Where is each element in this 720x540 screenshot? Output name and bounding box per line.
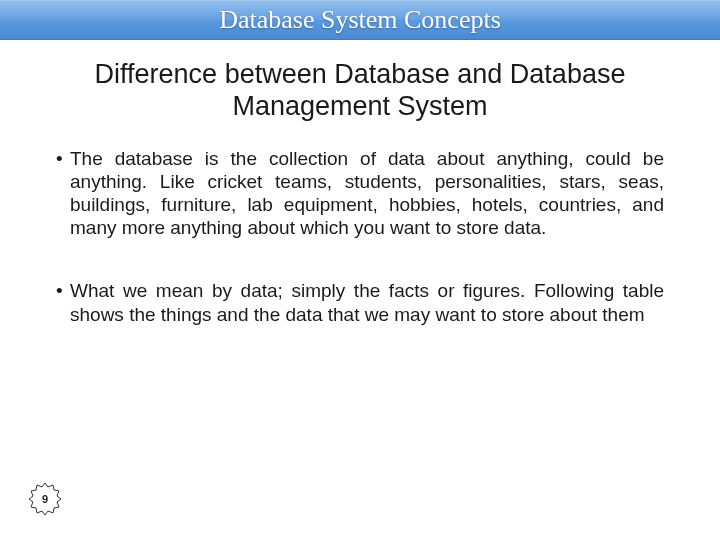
slide-title: Difference between Database and Database…	[40, 58, 680, 123]
bullet-item: The database is the collection of data a…	[56, 147, 664, 240]
page-number: 9	[42, 493, 48, 505]
bullet-item: What we mean by data; simply the facts o…	[56, 279, 664, 325]
slide-content: The database is the collection of data a…	[0, 147, 720, 326]
header-title: Database System Concepts	[219, 5, 501, 35]
page-number-badge: 9	[28, 482, 62, 516]
header-bar: Database System Concepts	[0, 0, 720, 40]
